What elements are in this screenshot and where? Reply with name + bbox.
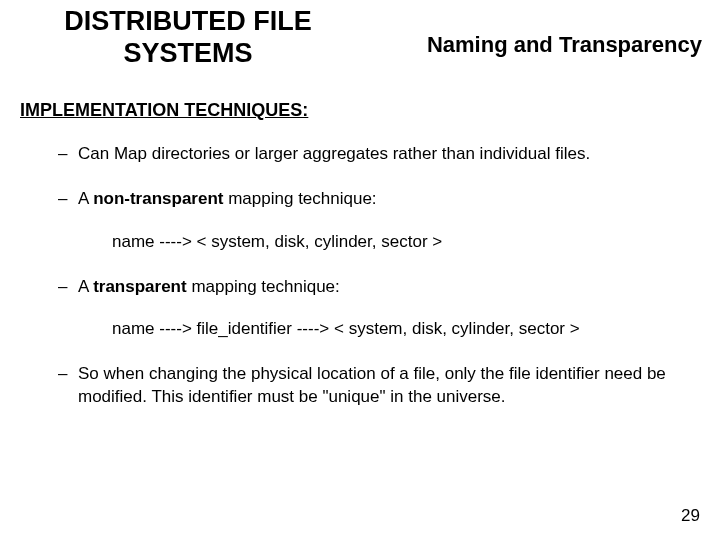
page-number: 29 [681, 506, 700, 526]
sub-line: name ----> file_identifier ----> < syste… [0, 298, 720, 341]
slide-header: DISTRIBUTED FILE SYSTEMS Naming and Tran… [0, 0, 720, 70]
bullet-item: A non-transparent mapping technique: [58, 188, 690, 211]
bullet-text: Can Map directories or larger aggregates… [78, 144, 590, 163]
bullet-text-post: mapping technique: [223, 189, 376, 208]
bullet-item: So when changing the physical location o… [58, 363, 690, 409]
bullet-item: Can Map directories or larger aggregates… [58, 143, 690, 166]
bullet-text-pre: A [78, 277, 93, 296]
bullet-item: A transparent mapping technique: [58, 276, 690, 299]
bullet-text-bold: non-transparent [93, 189, 223, 208]
bullet-text: So when changing the physical location o… [78, 364, 666, 406]
bullet-list: A transparent mapping technique: [0, 276, 720, 299]
bullet-text-bold: transparent [93, 277, 187, 296]
sub-line: name ----> < system, disk, cylinder, sec… [0, 211, 720, 254]
bullet-text-pre: A [78, 189, 93, 208]
section-heading: IMPLEMENTATION TECHNIQUES: [0, 70, 720, 121]
bullet-list: So when changing the physical location o… [0, 363, 720, 409]
slide-subtitle: Naming and Transparency [427, 6, 702, 58]
title-line-2: SYSTEMS [123, 38, 252, 68]
bullet-list: Can Map directories or larger aggregates… [0, 143, 720, 211]
slide-title: DISTRIBUTED FILE SYSTEMS [28, 6, 348, 70]
slide: DISTRIBUTED FILE SYSTEMS Naming and Tran… [0, 0, 720, 540]
bullet-text-post: mapping technique: [187, 277, 340, 296]
title-line-1: DISTRIBUTED FILE [64, 6, 312, 36]
